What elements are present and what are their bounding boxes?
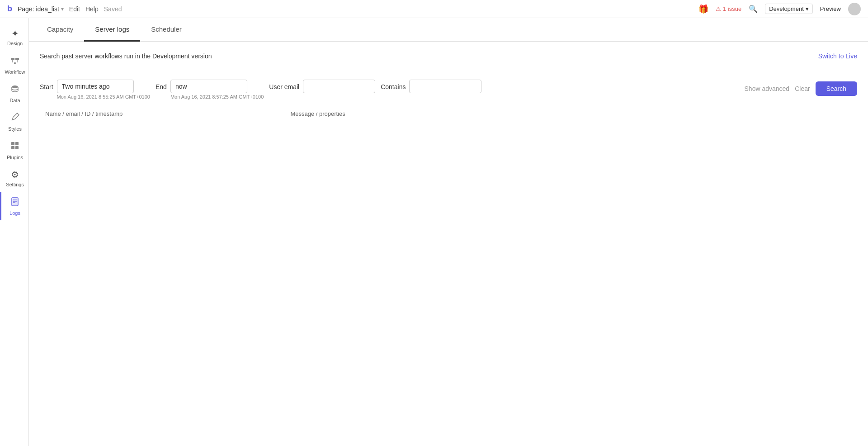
sidebar-item-label: Workflow [5, 69, 25, 75]
user-email-field: User email [269, 80, 375, 93]
page-name: Page: idea_list [18, 5, 59, 13]
svg-rect-6 [11, 142, 14, 145]
sidebar-item-workflow[interactable]: Workflow [0, 51, 28, 79]
tab-capacity[interactable]: Capacity [36, 18, 84, 42]
results-table: Name / email / ID / timestamp Message / … [40, 107, 857, 121]
app-logo: b [7, 4, 12, 14]
user-email-input[interactable] [303, 80, 375, 93]
saved-status: Saved [104, 5, 122, 13]
svg-rect-0 [11, 58, 14, 60]
styles-icon [10, 112, 20, 124]
contains-label: Contains [381, 80, 406, 90]
tabs-bar: Capacity Server logs Scheduler [29, 18, 868, 42]
issue-badge[interactable]: ⚠ 1 issue [716, 5, 741, 12]
start-input[interactable] [57, 80, 134, 93]
sidebar-item-data[interactable]: Data [0, 79, 28, 108]
clear-button[interactable]: Clear [795, 85, 810, 92]
svg-point-5 [12, 85, 18, 88]
data-icon [10, 84, 20, 96]
gift-icon: 🎁 [698, 4, 708, 14]
plugins-icon [10, 141, 20, 153]
svg-rect-1 [15, 58, 19, 60]
warning-icon: ⚠ [716, 5, 721, 12]
table-header-message: Message / properties [285, 107, 857, 121]
sidebar-item-design[interactable]: ✦ Design [0, 24, 28, 51]
issue-count: 1 issue [723, 5, 741, 12]
sidebar-item-label: Data [9, 98, 20, 103]
help-button[interactable]: Help [85, 5, 99, 13]
sidebar-item-logs[interactable]: Logs [0, 192, 28, 220]
sidebar-item-plugins[interactable]: Plugins [0, 136, 28, 165]
show-advanced-button[interactable]: Show advanced [745, 85, 790, 92]
search-button[interactable]: Search [816, 81, 857, 96]
sidebar: ✦ Design Workflow Data Styles Plugins [0, 18, 29, 446]
start-note: Mon Aug 16, 2021 8:55:25 AM GMT+0100 [57, 94, 150, 100]
design-icon: ✦ [11, 28, 19, 39]
chevron-down-icon: ▾ [806, 5, 809, 12]
environment-selector[interactable]: Development ▾ [765, 4, 813, 14]
search-row: Start Mon Aug 16, 2021 8:55:25 AM GMT+01… [40, 80, 857, 100]
switch-to-live-button[interactable]: Switch to Live [818, 52, 857, 60]
sidebar-item-label: Styles [8, 126, 22, 132]
user-email-label: User email [269, 80, 299, 90]
sidebar-item-settings[interactable]: ⚙ Settings [0, 165, 28, 192]
end-input[interactable] [170, 80, 247, 93]
sidebar-item-label: Design [7, 41, 23, 46]
sidebar-item-label: Logs [9, 210, 20, 216]
table-header-name: Name / email / ID / timestamp [40, 107, 285, 121]
end-field: End Mon Aug 16, 2021 8:57:25 AM GMT+0100 [156, 80, 264, 100]
preview-button[interactable]: Preview [820, 5, 841, 12]
start-label: Start [40, 80, 53, 90]
contains-input[interactable] [409, 80, 481, 93]
logs-icon [10, 196, 20, 209]
settings-icon: ⚙ [11, 169, 19, 180]
sidebar-item-styles[interactable]: Styles [0, 108, 28, 136]
tab-server-logs[interactable]: Server logs [84, 18, 140, 42]
svg-rect-4 [14, 62, 16, 64]
breadcrumb[interactable]: Page: idea_list ▾ [18, 5, 64, 13]
svg-rect-7 [15, 142, 19, 145]
workflow-icon [10, 55, 20, 67]
description-text: Search past server workflows run in the … [40, 52, 212, 60]
contains-field: Contains [381, 80, 481, 93]
search-actions: Show advanced Clear Search [745, 80, 857, 96]
environment-label: Development [769, 5, 804, 12]
svg-rect-8 [11, 146, 14, 149]
search-icon[interactable]: 🔍 [749, 5, 758, 13]
sidebar-item-label: Settings [6, 182, 24, 187]
edit-button[interactable]: Edit [69, 5, 80, 13]
svg-rect-9 [15, 146, 19, 149]
server-logs-panel: Search past server workflows run in the … [29, 42, 868, 132]
end-note: Mon Aug 16, 2021 8:57:25 AM GMT+0100 [170, 94, 264, 100]
start-field: Start Mon Aug 16, 2021 8:55:25 AM GMT+01… [40, 80, 150, 100]
end-label: End [156, 80, 167, 90]
sidebar-item-label: Plugins [7, 155, 23, 160]
avatar[interactable] [848, 3, 861, 15]
content-area: Capacity Server logs Scheduler Search pa… [29, 18, 868, 446]
tab-scheduler[interactable]: Scheduler [140, 18, 193, 42]
chevron-down-icon: ▾ [61, 6, 64, 12]
